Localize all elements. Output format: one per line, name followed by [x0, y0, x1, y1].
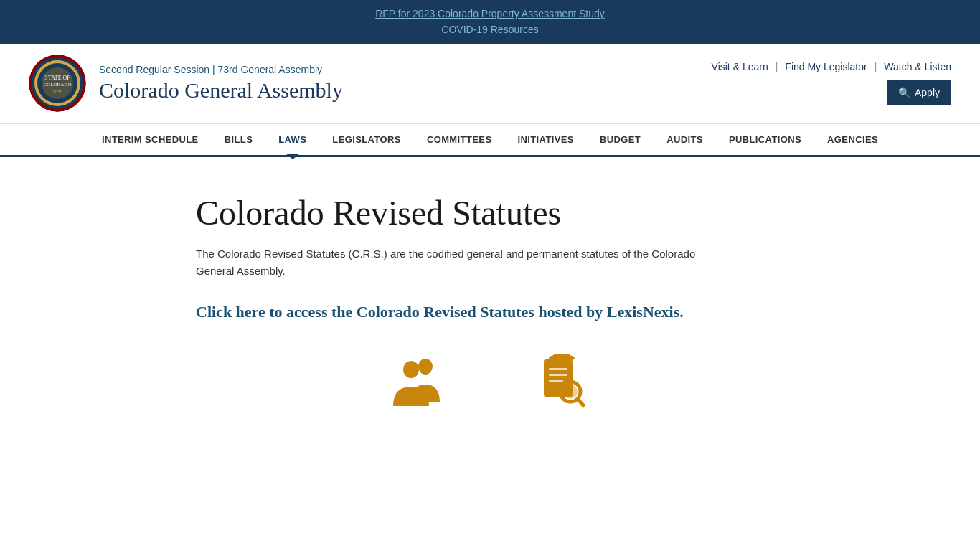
svg-rect-12 — [549, 374, 567, 376]
icons-section — [196, 352, 784, 438]
header: STATE OF COLORADO 1876 Second Regular Se… — [0, 44, 980, 123]
svg-text:COLORADO: COLORADO — [44, 82, 72, 88]
svg-rect-13 — [549, 380, 563, 382]
legislators-svg-icon — [390, 352, 447, 410]
nav-item-legislators: LEGISLATORS — [319, 124, 414, 155]
nav-link-bills[interactable]: BILLS — [212, 124, 266, 155]
page-title: Colorado Revised Statutes — [196, 193, 784, 232]
sep1: | — [776, 61, 778, 72]
main-nav: INTERIM SCHEDULE BILLS LAWS LEGISLATORS … — [0, 123, 980, 157]
nav-item-committees: COMMITTEES — [414, 124, 505, 155]
nav-item-agencies: AGENCIES — [814, 124, 891, 155]
header-right: Visit & Learn | Find My Legislator | Wat… — [712, 61, 951, 105]
bills-icon-block — [533, 352, 590, 410]
crs-link[interactable]: Click here to access the Colorado Revise… — [196, 300, 698, 324]
bills-svg-icon — [533, 352, 590, 410]
watch-listen-link[interactable]: Watch & Listen — [884, 61, 951, 72]
header-subtitle: Second Regular Session | 73rd General As… — [99, 64, 343, 75]
apply-label: Apply — [915, 87, 940, 98]
header-title: Colorado General Assembly — [99, 78, 343, 103]
search-bar: 🔍 Apply — [732, 80, 951, 105]
search-input[interactable] — [732, 80, 882, 105]
nav-item-interim: INTERIM SCHEDULE — [89, 124, 212, 155]
find-legislator-link[interactable]: Find My Legislator — [785, 61, 867, 72]
nav-link-committees[interactable]: COMMITTEES — [414, 124, 505, 155]
legislators-icon-block — [390, 352, 447, 410]
top-banner: RFP for 2023 Colorado Property Assessmen… — [0, 0, 980, 44]
visit-learn-link[interactable]: Visit & Learn — [712, 61, 768, 72]
nav-item-laws: LAWS — [265, 124, 319, 155]
apply-button[interactable]: 🔍 Apply — [887, 80, 951, 105]
svg-point-9 — [403, 361, 419, 378]
page-description: The Colorado Revised Statutes (C.R.S.) a… — [196, 245, 698, 280]
svg-point-15 — [563, 385, 578, 399]
svg-rect-11 — [549, 368, 567, 370]
svg-text:1876: 1876 — [52, 89, 63, 95]
nav-link-agencies[interactable]: AGENCIES — [814, 124, 891, 155]
nav-item-bills: BILLS — [212, 124, 266, 155]
nav-link-interim[interactable]: INTERIM SCHEDULE — [89, 124, 212, 155]
nav-item-audits: AUDITS — [654, 124, 716, 155]
nav-link-laws[interactable]: LAWS — [265, 124, 319, 155]
search-icon: 🔍 — [898, 87, 910, 98]
nav-link-legislators[interactable]: LEGISLATORS — [319, 124, 414, 155]
nav-link-initiatives[interactable]: INITIATIVES — [504, 124, 586, 155]
nav-link-audits[interactable]: AUDITS — [654, 124, 716, 155]
sep2: | — [875, 61, 877, 72]
nav-link-budget[interactable]: BUDGET — [587, 124, 654, 155]
svg-rect-18 — [553, 354, 570, 359]
nav-link-publications[interactable]: PUBLICATIONS — [716, 124, 814, 155]
svg-text:STATE OF: STATE OF — [44, 75, 70, 81]
nav-item-publications: PUBLICATIONS — [716, 124, 814, 155]
header-title-block: Second Regular Session | 73rd General As… — [99, 64, 343, 103]
svg-point-8 — [418, 359, 433, 375]
nav-item-budget: BUDGET — [587, 124, 654, 155]
banner-link-rfp[interactable]: RFP for 2023 Colorado Property Assessmen… — [0, 6, 980, 22]
nav-item-initiatives: INITIATIVES — [504, 124, 586, 155]
logo: STATE OF COLORADO 1876 — [29, 55, 86, 112]
main-content: Colorado Revised Statutes The Colorado R… — [167, 193, 813, 438]
svg-line-16 — [578, 399, 583, 405]
header-links: Visit & Learn | Find My Legislator | Wat… — [712, 61, 951, 72]
nav-list: INTERIM SCHEDULE BILLS LAWS LEGISLATORS … — [0, 124, 980, 155]
header-left: STATE OF COLORADO 1876 Second Regular Se… — [29, 55, 343, 112]
banner-link-covid[interactable]: COVID-19 Resources — [0, 22, 980, 37]
